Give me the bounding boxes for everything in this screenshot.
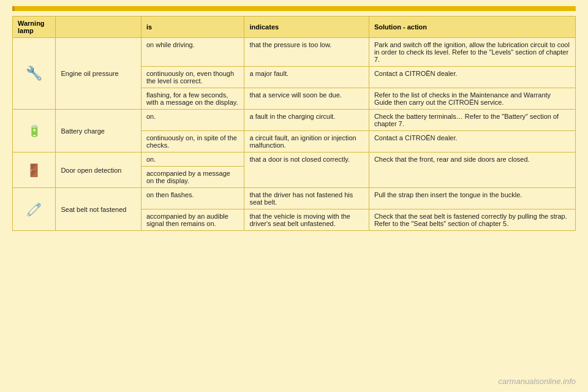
is-cell: continuously on, even though the level i… — [141, 67, 244, 88]
is-cell: on while driving. — [141, 38, 244, 67]
door-label: Door open detection — [56, 153, 141, 188]
indicates-cell: a fault in the charging circuit. — [244, 110, 369, 131]
col-warning-lamp: Warning lamp — [13, 17, 56, 38]
top-bar — [12, 6, 576, 11]
solution-cell: Check that the front, rear and side door… — [369, 153, 575, 188]
indicates-cell: that the driver has not fastened his sea… — [244, 188, 369, 209]
indicates-cell: that a service will soon be due. — [244, 88, 369, 110]
seatbelt-icon: 🧷 — [26, 202, 42, 217]
col-solution: Solution - action — [369, 17, 575, 38]
solution-cell: Contact a CITROËN dealer. — [369, 67, 575, 88]
table-row: 🔋 Battery charge on. a fault in the char… — [13, 110, 576, 131]
indicates-cell: a circuit fault, an ignition or injectio… — [244, 131, 369, 153]
table-header: Warning lamp is indicates Solution - act… — [13, 17, 576, 38]
door-icon-cell: 🚪 — [13, 153, 56, 188]
solution-cell: Pull the strap then insert the tongue in… — [369, 188, 575, 209]
indicates-cell: a major fault. — [244, 67, 369, 88]
battery-icon: 🔋 — [28, 124, 41, 138]
oil-icon-cell: 🔧 — [13, 38, 56, 110]
battery-icon-cell: 🔋 — [13, 110, 56, 153]
is-cell: accompanied by an audible signal then re… — [141, 209, 244, 231]
door-icon: 🚪 — [26, 163, 42, 178]
seatbelt-icon-cell: 🧷 — [13, 188, 56, 231]
seatbelt-label: Seat belt not fastened — [56, 188, 141, 231]
oil-pressure-icon: 🔧 — [26, 66, 42, 81]
warning-lamp-table: Warning lamp is indicates Solution - act… — [12, 16, 576, 231]
is-cell: on then flashes. — [141, 188, 244, 209]
table-row: 🔧 Engine oil pressure on while driving. … — [13, 38, 576, 67]
col-indicates: indicates — [244, 17, 369, 38]
indicates-cell: that a door is not closed correctly. — [244, 153, 369, 188]
is-cell: on. — [141, 110, 244, 131]
solution-cell: Refer to the list of checks in the Maint… — [369, 88, 575, 110]
table-row: 🚪 Door open detection on. that a door is… — [13, 153, 576, 167]
col-warning-lamp-2 — [56, 17, 141, 38]
is-cell: accompanied by a message on the display. — [141, 167, 244, 188]
solution-cell: Check that the seat belt is fastened cor… — [369, 209, 575, 231]
engine-oil-label: Engine oil pressure — [56, 38, 141, 110]
indicates-cell: that the vehicle is moving with the driv… — [244, 209, 369, 231]
indicates-cell: that the pressure is too low. — [244, 38, 369, 67]
solution-cell: Check the battery terminals… Refer to th… — [369, 110, 575, 131]
table-row: 🧷 Seat belt not fastened on then flashes… — [13, 188, 576, 209]
solution-cell: Contact a CITROËN dealer. — [369, 131, 575, 153]
is-cell: on. — [141, 153, 244, 167]
is-cell: flashing, for a few seconds, with a mess… — [141, 88, 244, 110]
is-cell: continuously on, in spite of the checks. — [141, 131, 244, 153]
solution-cell: Park and switch off the ignition, allow … — [369, 38, 575, 67]
watermark: carmanualsonline.info — [499, 377, 576, 386]
col-is: is — [141, 17, 244, 38]
battery-label: Battery charge — [56, 110, 141, 153]
